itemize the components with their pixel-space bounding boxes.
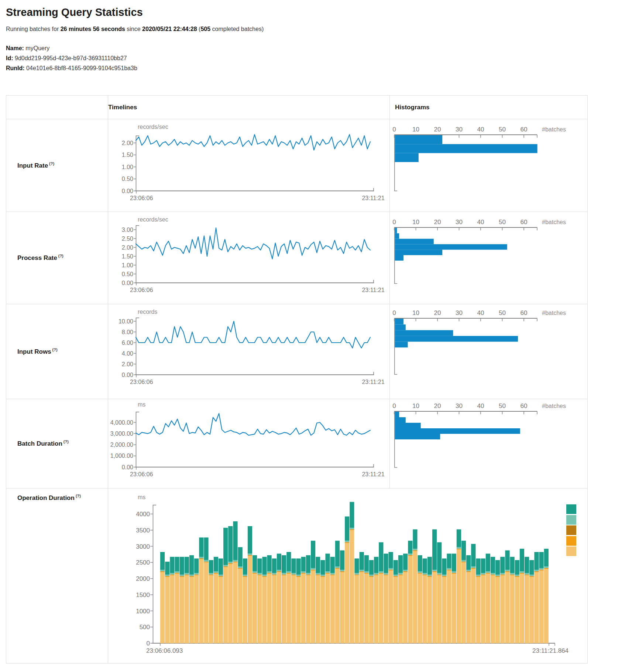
svg-text:#batches: #batches xyxy=(542,126,566,133)
svg-text:0: 0 xyxy=(392,402,396,409)
legend-swatch-4 xyxy=(566,546,576,556)
input-rows-timeline-and-histogram-chart: records10.008.006.004.002.000.0023:06:06… xyxy=(0,304,625,399)
svg-text:500: 500 xyxy=(140,624,150,631)
svg-text:60: 60 xyxy=(521,219,528,226)
batch-duration-timeline-and-histogram-chart: ms4,000.003,000.002,000.001,000.000.0023… xyxy=(0,399,625,488)
svg-text:1.50: 1.50 xyxy=(122,253,133,260)
svg-text:#batches: #batches xyxy=(542,310,566,316)
query-meta: Name: myQueryId: 9d0dd219-995d-423e-b97d… xyxy=(6,43,137,73)
svg-text:20: 20 xyxy=(434,126,441,133)
meta-line-runid: RunId: 04e101e6-8bf8-4165-9099-9104c951b… xyxy=(6,63,137,73)
svg-text:0.00: 0.00 xyxy=(122,464,133,470)
svg-text:2.50: 2.50 xyxy=(122,236,133,242)
svg-text:0.50: 0.50 xyxy=(122,176,133,182)
svg-text:10: 10 xyxy=(412,219,419,226)
legend-swatch-1 xyxy=(566,515,576,525)
svg-text:23:11:21.864: 23:11:21.864 xyxy=(532,647,569,654)
running-batches-summary: Running batches for 26 minutes 56 second… xyxy=(6,26,264,32)
svg-text:60: 60 xyxy=(521,126,528,133)
svg-text:10: 10 xyxy=(412,402,419,409)
svg-text:1000: 1000 xyxy=(136,608,150,615)
svg-text:3000: 3000 xyxy=(136,543,150,550)
svg-text:2000: 2000 xyxy=(136,575,150,582)
svg-text:0.00: 0.00 xyxy=(122,372,133,378)
svg-text:23:11:21: 23:11:21 xyxy=(362,379,384,385)
legend-swatch-2 xyxy=(566,525,576,535)
svg-text:23:06:06: 23:06:06 xyxy=(130,471,153,477)
svg-text:23:11:21: 23:11:21 xyxy=(362,195,384,201)
svg-text:2.00: 2.00 xyxy=(122,244,133,251)
svg-text:23:11:21: 23:11:21 xyxy=(362,287,384,293)
svg-text:records/sec: records/sec xyxy=(138,216,168,223)
svg-text:0.00: 0.00 xyxy=(122,280,133,286)
svg-text:2,000.00: 2,000.00 xyxy=(110,442,133,448)
legend-swatch-3 xyxy=(566,536,576,546)
svg-text:23:11:21: 23:11:21 xyxy=(362,471,384,477)
svg-text:30: 30 xyxy=(456,126,463,133)
svg-text:ms: ms xyxy=(138,494,145,500)
svg-text:1500: 1500 xyxy=(136,592,150,599)
operation-duration-stacked-bar-chart: ms4000350030002500200015001000500023:06:… xyxy=(0,488,625,664)
svg-text:10.00: 10.00 xyxy=(119,318,133,325)
subtitle-text: completed batches) xyxy=(210,26,264,32)
svg-text:40: 40 xyxy=(477,402,484,409)
svg-text:0.00: 0.00 xyxy=(122,188,133,194)
svg-text:ms: ms xyxy=(138,401,145,408)
svg-text:4000: 4000 xyxy=(136,511,150,518)
svg-text:1.00: 1.00 xyxy=(122,262,133,268)
subtitle-text: Running batches for xyxy=(6,26,61,32)
svg-text:records: records xyxy=(138,309,157,315)
svg-text:10: 10 xyxy=(412,126,419,133)
svg-text:0.50: 0.50 xyxy=(122,271,133,277)
svg-text:#batches: #batches xyxy=(542,219,566,225)
legend-swatch-0 xyxy=(566,504,576,514)
svg-text:50: 50 xyxy=(499,219,506,226)
svg-text:8.00: 8.00 xyxy=(122,329,133,335)
svg-text:50: 50 xyxy=(499,402,506,409)
page-title: Streaming Query Statistics xyxy=(6,6,143,18)
subtitle-text: since xyxy=(125,26,142,32)
svg-text:20: 20 xyxy=(434,219,441,226)
svg-text:23:06:06: 23:06:06 xyxy=(130,379,153,385)
svg-text:40: 40 xyxy=(477,126,484,133)
svg-text:20: 20 xyxy=(434,309,441,316)
svg-text:60: 60 xyxy=(521,402,528,409)
svg-text:0: 0 xyxy=(392,126,396,133)
svg-text:3.00: 3.00 xyxy=(122,227,133,233)
input-rate-timeline-and-histogram-chart: records/sec2.001.501.000.500.0023:06:062… xyxy=(0,119,625,212)
svg-text:0: 0 xyxy=(392,219,396,226)
streaming-query-statistics-page: Streaming Query Statistics Running batch… xyxy=(0,0,625,672)
subtitle-emphasis: 26 minutes 56 seconds xyxy=(61,26,125,32)
svg-text:4.00: 4.00 xyxy=(122,350,133,357)
svg-text:23:06:06: 23:06:06 xyxy=(130,287,153,293)
svg-text:4,000.00: 4,000.00 xyxy=(110,419,133,426)
svg-text:2.00: 2.00 xyxy=(122,140,133,146)
svg-text:30: 30 xyxy=(456,309,463,316)
meta-line-id: Id: 9d0dd219-995d-423e-b97d-36931110bb27 xyxy=(6,53,137,63)
subtitle-text: ( xyxy=(197,26,201,32)
svg-text:3500: 3500 xyxy=(136,527,150,534)
svg-text:40: 40 xyxy=(477,219,484,226)
svg-text:1,000.00: 1,000.00 xyxy=(110,453,133,459)
column-header-timelines: Timelines xyxy=(108,104,137,111)
svg-text:23:06:06: 23:06:06 xyxy=(130,195,153,201)
table-border-top xyxy=(6,95,588,96)
subtitle-emphasis: 2020/05/21 22:44:28 xyxy=(142,26,197,32)
svg-text:50: 50 xyxy=(499,126,506,133)
svg-text:10: 10 xyxy=(412,309,419,316)
svg-text:1.50: 1.50 xyxy=(122,152,133,158)
svg-text:30: 30 xyxy=(456,219,463,226)
process-rate-timeline-and-histogram-chart: records/sec3.002.502.001.501.000.500.002… xyxy=(0,212,625,304)
svg-text:3,000.00: 3,000.00 xyxy=(110,431,133,437)
svg-text:6.00: 6.00 xyxy=(122,340,133,346)
svg-text:50: 50 xyxy=(499,309,506,316)
svg-text:2.00: 2.00 xyxy=(122,361,133,367)
svg-text:0: 0 xyxy=(147,640,150,647)
svg-text:1.00: 1.00 xyxy=(122,164,133,170)
svg-text:20: 20 xyxy=(434,402,441,409)
meta-line-name: Name: myQuery xyxy=(6,43,137,53)
svg-text:0: 0 xyxy=(392,309,396,316)
svg-text:#batches: #batches xyxy=(542,403,566,409)
svg-text:records/sec: records/sec xyxy=(138,124,168,130)
column-header-histograms: Histograms xyxy=(395,104,430,111)
